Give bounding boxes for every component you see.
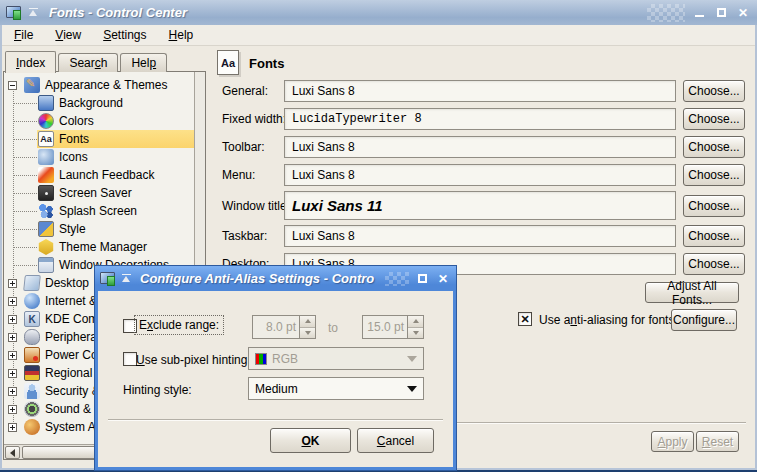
tree-item-background[interactable]: Background (4, 94, 194, 112)
appearance-themes-icon (24, 77, 40, 93)
style-icon (38, 221, 54, 237)
tab-index[interactable]: Index (5, 51, 56, 73)
choose-button[interactable]: Choose... (683, 253, 745, 275)
expand-icon[interactable] (8, 405, 17, 414)
dialog-maximize-button[interactable] (414, 271, 430, 287)
font-preview-field: Luxi Sans 11 (284, 191, 676, 220)
spin-up-icon (408, 316, 423, 328)
cancel-button[interactable]: Cancel (357, 428, 434, 453)
font-row-label: Window title: (222, 199, 284, 213)
tree-item-appearance-themes[interactable]: Appearance & Themes (4, 76, 194, 94)
tree-item-label: Desktop (45, 276, 89, 290)
dialog-titlebar[interactable]: Configure Anti-Alias Settings - Contro ✕ (95, 266, 456, 291)
choose-button[interactable]: Choose... (683, 195, 745, 217)
expand-icon[interactable] (8, 333, 17, 342)
choose-button[interactable]: Choose... (683, 108, 745, 130)
tree-item-label: Fonts (59, 132, 89, 146)
tree-item-label: Icons (59, 150, 88, 164)
choose-button[interactable]: Choose... (683, 225, 745, 247)
font-preview-field: Luxi Sans 8 (284, 80, 676, 102)
expand-icon[interactable] (8, 315, 17, 324)
reset-button: Reset (696, 431, 739, 452)
exclude-range-label[interactable]: Exclude range: (134, 315, 224, 335)
tree-item-label: Background (59, 96, 123, 110)
window-titlebar[interactable]: Fonts - Control Center ✕ (0, 0, 757, 25)
expand-icon[interactable] (8, 387, 17, 396)
tree-item-style[interactable]: Style (4, 220, 194, 238)
scroll-left-arrow[interactable] (5, 446, 20, 459)
expand-icon[interactable] (8, 351, 17, 360)
chevron-down-icon (407, 356, 417, 362)
menu-help[interactable]: Help (161, 26, 202, 44)
range-from-spinbox: 8.0 pt (252, 315, 316, 339)
power-control-icon (24, 347, 40, 363)
window-menu-icon[interactable] (6, 6, 22, 20)
tree-item-label: Splash Screen (59, 204, 137, 218)
colors-icon (38, 113, 54, 129)
font-row-window-title: Window title:Luxi Sans 11Choose... (222, 191, 745, 220)
tree-item-label: Screen Saver (59, 186, 132, 200)
control-center-window: Fonts - Control Center ✕ FileViewSetting… (0, 0, 757, 472)
dialog-sticky-icon[interactable] (121, 273, 132, 284)
menu-view[interactable]: View (47, 26, 89, 44)
sidebar-tabs: IndexSearchHelp (5, 50, 169, 72)
choose-button[interactable]: Choose... (683, 80, 745, 102)
antialias-dialog: Configure Anti-Alias Settings - Contro ✕… (95, 266, 456, 470)
peripherals-icon (24, 329, 40, 345)
menu-settings[interactable]: Settings (95, 26, 154, 44)
background-icon (38, 95, 54, 111)
window-frame (0, 24, 2, 468)
tree-item-colors[interactable]: Colors (4, 112, 194, 130)
tree-item-label: Theme Manager (59, 240, 147, 254)
close-icon[interactable]: ✕ (735, 5, 751, 21)
page-title: Fonts (249, 56, 284, 71)
minimize-button[interactable] (691, 5, 707, 21)
tree-connector (14, 121, 37, 122)
rgb-swatch-icon (255, 353, 267, 365)
hinting-style-value: Medium (255, 382, 298, 396)
launch-feedback-icon (38, 167, 54, 183)
apply-button: Apply (651, 431, 694, 452)
antialias-label[interactable]: Use anti-aliasing for fonts (539, 313, 674, 327)
splash-screen-icon (38, 203, 54, 219)
range-to-label: to (328, 321, 338, 335)
sound-icon (24, 401, 40, 417)
tree-connector (14, 193, 37, 194)
sticky-icon[interactable] (28, 7, 39, 18)
choose-button[interactable]: Choose... (683, 164, 745, 186)
tree-item-launch-feedback[interactable]: Launch Feedback (4, 166, 194, 184)
dialog-close-icon[interactable]: ✕ (435, 271, 451, 287)
font-preview-field: Luxi Sans 8 (284, 225, 676, 247)
choose-button[interactable]: Choose... (683, 136, 745, 158)
tree-item-fonts[interactable]: Fonts (4, 130, 194, 148)
tree-item-splash-screen[interactable]: Splash Screen (4, 202, 194, 220)
tree-connector (14, 175, 37, 176)
font-preview-field: Luxi Sans 8 (284, 164, 676, 186)
tree-item-icons[interactable]: Icons (4, 148, 194, 166)
maximize-button[interactable] (713, 5, 729, 21)
security-icon (24, 383, 40, 399)
tab-help[interactable]: Help (120, 53, 167, 72)
configure-button[interactable]: Configure... (671, 309, 737, 331)
tree-item-screen-saver[interactable]: Screen Saver (4, 184, 194, 202)
tree-item-theme-manager[interactable]: Theme Manager (4, 238, 194, 256)
hinting-style-dropdown[interactable]: Medium (248, 377, 424, 400)
fonts-icon (38, 131, 54, 147)
dialog-separator (108, 419, 443, 421)
ok-button[interactable]: OK (270, 428, 351, 453)
antialias-checkbox[interactable] (518, 312, 532, 326)
tree-connector (14, 157, 37, 158)
expand-icon[interactable] (8, 369, 17, 378)
collapse-icon[interactable] (8, 81, 17, 90)
adjust-all-fonts-button[interactable]: Adjust All Fonts... (645, 282, 739, 303)
range-to-spinbox: 15.0 pt (362, 315, 424, 339)
dialog-title: Configure Anti-Alias Settings - Contro (140, 271, 380, 286)
expand-icon[interactable] (8, 279, 17, 288)
expand-icon[interactable] (8, 297, 17, 306)
subpixel-label[interactable]: Use sub-pixel hinting: (136, 353, 251, 367)
tab-search[interactable]: Search (58, 53, 118, 72)
chevron-down-icon (407, 386, 417, 392)
subpixel-checkbox[interactable] (123, 352, 137, 366)
expand-icon[interactable] (8, 423, 17, 432)
menu-file[interactable]: File (6, 26, 41, 44)
